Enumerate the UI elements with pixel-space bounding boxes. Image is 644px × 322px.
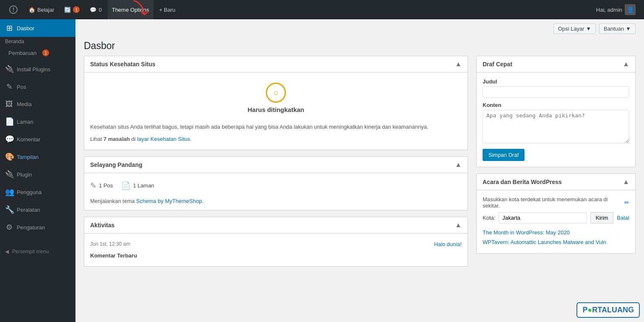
events-news-header[interactable]: Acara dan Berita WordPress ▲ <box>477 174 635 190</box>
laman-icon: 📄 <box>5 117 13 126</box>
wp-logo-item[interactable] <box>4 0 23 19</box>
pembaruan-badge: 1 <box>42 49 49 56</box>
issues-prefix: Lihat <box>90 136 104 142</box>
issues-end: . <box>190 136 192 142</box>
pos-icon: ✎ <box>5 82 13 91</box>
news-item-0[interactable]: The Month in WordPress: May 2020 <box>483 228 629 237</box>
activity-title: Aktivitas <box>90 222 114 229</box>
activity-link[interactable]: Halo dunia! <box>434 241 462 247</box>
running-text: Menjalankan tema <box>90 198 136 204</box>
watermark: P●RTALUANG <box>576 302 640 318</box>
komentar-label: Komentar <box>17 136 40 143</box>
comments-item[interactable]: 💬 0 <box>86 0 106 19</box>
peralatan-label: Peralatan <box>17 207 40 213</box>
sidebar-item-plugin[interactable]: 🔌 Plugin <box>0 166 75 183</box>
dashboard-label: Dasbor <box>17 25 34 31</box>
sidebar-item-media[interactable]: 🖼 Media <box>0 96 75 113</box>
sidebar-item-pembaruan[interactable]: Pembaruan 1 <box>0 45 75 60</box>
beranda-section: Beranda <box>0 37 75 45</box>
plugin-icon: 🔌 <box>5 170 13 179</box>
quick-draft-widget: Draf Cepat ▲ Judul Konten Simpan Draf <box>476 56 636 167</box>
plugin-label: Plugin <box>17 171 32 178</box>
activity-header[interactable]: Aktivitas ▲ <box>84 217 467 234</box>
adminbar-left: 🏠 Belajar 🔄 1 💬 0 Theme Options + Baru <box>4 0 592 19</box>
cancel-button[interactable]: Batal <box>617 215 629 221</box>
sidebar-item-pos[interactable]: ✎ Pos <box>0 78 75 96</box>
events-news-content: Masukkan kota terdekat untuk menemukan a… <box>477 190 635 253</box>
save-draft-button[interactable]: Simpan Draf <box>483 149 525 161</box>
theme-link[interactable]: Schema by MyThemeShop <box>136 198 202 204</box>
sidebar-item-komentar[interactable]: 💬 Komentar <box>0 130 75 148</box>
sidebar-item-install-plugins[interactable]: 🔌 Install Plugins <box>0 60 75 78</box>
events-news-widget: Acara dan Berita WordPress ▲ Masukkan ko… <box>476 174 636 254</box>
site-health-title: Status Kesehatan Situs <box>90 61 156 68</box>
selayang-pandang-title: Selayang Pandang <box>90 161 142 168</box>
health-link[interactable]: layar Kesehatan Situs <box>137 136 190 142</box>
issues-count: 7 masalah <box>104 136 130 142</box>
sidebar-item-pengguna[interactable]: 👥 Pengguna <box>0 183 75 201</box>
user-menu[interactable]: Hai, admin 👤 <box>592 0 640 19</box>
health-issues: Lihat 7 masalah di layar Kesehatan Situs… <box>90 135 462 144</box>
send-button[interactable]: Kirim <box>590 212 614 223</box>
main-content: Opsi Layar ▼ Bantuan ▼ Dasbor Status Kes… <box>75 19 644 322</box>
glance-posts: ✎ 1 Pos <box>90 181 113 190</box>
dashboard-right-col: Draf Cepat ▲ Judul Konten Simpan Draf <box>476 56 636 267</box>
sidebar-item-pengaturan[interactable]: ⚙ Pengaturan <box>0 218 75 236</box>
city-label: Kota: <box>483 215 495 221</box>
pengaturan-label: Pengaturan <box>17 224 45 231</box>
edit-icon[interactable]: ✏ <box>624 199 629 206</box>
events-news-toggle[interactable]: ▲ <box>623 178 629 186</box>
post-count: 1 Pos <box>99 182 113 189</box>
judul-input[interactable] <box>483 86 629 98</box>
quick-draft-content: Judul Konten Simpan Draf <box>477 73 635 167</box>
site-health-toggle[interactable]: ▲ <box>455 60 462 68</box>
help-button[interactable]: Bantuan ▼ <box>599 23 636 34</box>
komentar-icon: 💬 <box>5 135 13 144</box>
quick-draft-toggle[interactable]: ▲ <box>623 60 629 68</box>
theme-options-item[interactable]: Theme Options <box>108 0 153 19</box>
install-plugins-icon: 🔌 <box>5 65 13 74</box>
pengguna-icon: 👥 <box>5 187 13 197</box>
pengaturan-icon: ⚙ <box>5 223 13 232</box>
sidebar-item-tampilan[interactable]: 🎨 Tampilan <box>0 148 75 166</box>
dashboard-left-col: Status Kesehatan Situs ▲ ○ Harus ditingk… <box>84 56 468 267</box>
collapse-label: Persempit menu <box>12 249 49 254</box>
help-label: Bantuan ▼ <box>604 26 631 32</box>
watermark-green: ● <box>587 306 592 314</box>
dashboard-icon: ⊞ <box>5 23 13 33</box>
find-text: Masukkan kota terdekat untuk menemukan a… <box>483 196 622 209</box>
new-content-item[interactable]: + Baru <box>155 0 180 19</box>
collapse-menu[interactable]: ◀ Persempit menu <box>0 244 75 259</box>
user-avatar: 👤 <box>625 4 636 15</box>
konten-textarea[interactable] <box>483 110 629 143</box>
beranda-label: Beranda <box>5 39 24 44</box>
page-count: 1 Laman <box>133 182 154 189</box>
activity-toggle[interactable]: ▲ <box>455 221 462 229</box>
activity-content: Jun 1st, 12:30 am Halo dunia! Komentar T… <box>84 234 467 266</box>
activity-date: Jun 1st, 12:30 am <box>90 241 130 247</box>
events-find-text: Masukkan kota terdekat untuk menemukan a… <box>483 196 629 209</box>
events-news-title: Acara dan Berita WordPress <box>483 179 562 185</box>
city-input[interactable] <box>499 212 587 223</box>
site-name-item[interactable]: 🏠 Belajar <box>24 0 58 19</box>
site-health-widget: Status Kesehatan Situs ▲ ○ Harus ditingk… <box>84 56 468 150</box>
sidebar-item-laman[interactable]: 📄 Laman <box>0 113 75 130</box>
screen-options-button[interactable]: Opsi Layar ▼ <box>553 23 596 34</box>
sidebar-item-peralatan[interactable]: 🔧 Peralatan <box>0 201 75 218</box>
site-health-header[interactable]: Status Kesehatan Situs ▲ <box>84 56 467 73</box>
quick-draft-header[interactable]: Draf Cepat ▲ <box>477 56 635 73</box>
sidebar-item-dashboard[interactable]: ⊞ Dasbor <box>0 19 75 37</box>
wp-wrap: ⊞ Dasbor Beranda Pembaruan 1 🔌 Install P… <box>0 19 644 322</box>
selayang-pandang-header[interactable]: Selayang Pandang ▲ <box>84 157 467 173</box>
news-item-1[interactable]: WPTavern: Automattic Launches Malware an… <box>483 237 629 247</box>
new-content-label: + Baru <box>159 7 176 13</box>
laman-label: Laman <box>17 119 34 125</box>
updates-item[interactable]: 🔄 1 <box>60 0 84 19</box>
post-icon: ✎ <box>90 181 96 190</box>
activity-subtitle: Komentar Terbaru <box>90 252 462 259</box>
quick-draft-title: Draf Cepat <box>483 61 512 68</box>
admin-bar: 🏠 Belajar 🔄 1 💬 0 Theme Options + Baru H… <box>0 0 644 19</box>
selayang-pandang-toggle[interactable]: ▲ <box>455 161 462 169</box>
page-icon: 📄 <box>121 181 130 190</box>
page-title: Dasbor <box>75 40 644 56</box>
